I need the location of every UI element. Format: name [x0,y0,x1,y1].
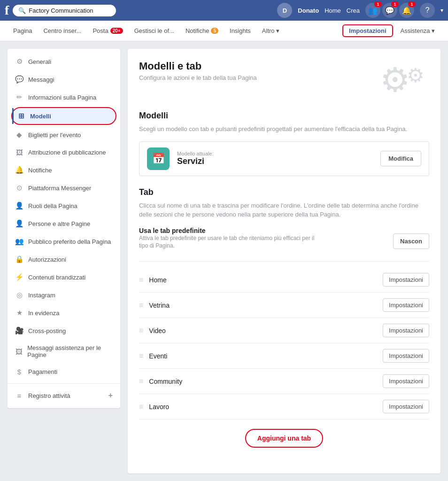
sidebar-item-ruoli[interactable]: 👤 Ruoli della Pagina [8,197,120,215]
subnav-impostazioni[interactable]: Impostazioni [342,24,393,37]
posta-badge: 20+ [110,28,123,34]
tab-row-home: ≡ Home Impostazioni [139,267,429,293]
sidebar-item-informazioni[interactable]: ✏ Informazioni sulla Pagina [8,88,120,106]
search-box[interactable]: 🔍 [13,5,116,16]
nascondi-button[interactable]: Nascon [393,233,429,249]
user-name: Donato [298,7,319,14]
drag-handle-lavoro[interactable]: ≡ [139,403,143,411]
notifications-icon-btn[interactable]: 🔔 1 [399,3,414,18]
sidebar-item-modelli-label: Modelli [30,113,51,120]
sidebar-item-autorizzazioni[interactable]: 🔒 Autorizzazioni [8,250,120,268]
modifica-button[interactable]: Modifica [380,151,421,166]
ticket-icon: ◆ [15,131,23,139]
sidebar-item-notifiche-label: Notifiche [28,167,52,174]
sidebar-item-messaggi-assistenza[interactable]: 🖼 Messaggi assistenza per le Pagine [8,340,120,363]
home-link[interactable]: Home [324,7,341,14]
tab-section-title: Tab [139,187,429,197]
drag-handle-video[interactable]: ≡ [139,326,143,335]
subnav-centro[interactable]: Centro inser... [38,21,87,41]
tab-row-community: ≡ Community Impostazioni [139,369,429,394]
subnav-pagina[interactable]: Pagina [8,21,38,41]
tab-lavoro-settings-button[interactable]: Impostazioni [383,400,429,413]
sidebar-item-attribuzione[interactable]: 🖼 Attribuzione di pubblicazione [8,144,120,161]
account-menu-chevron[interactable]: ▾ [440,7,443,14]
help-icon-btn[interactable]: ? [420,3,435,18]
subnav-assistenza[interactable]: Assistenza ▾ [395,21,440,41]
messages-icon: 💬 [385,6,394,15]
subnav-altro-label: Altro ▾ [262,27,279,34]
sidebar-item-crossposting[interactable]: 🎥 Cross-posting [8,322,120,340]
content-header: Modelli e tab Configura le azioni e le t… [139,60,429,100]
crea-link[interactable]: Crea [347,7,360,14]
modelli-section-title: Modelli [139,111,429,121]
sidebar-item-contenuti[interactable]: ⚡ Contenuti brandizzati [8,268,120,286]
sidebar-item-instagram[interactable]: ◎ Instagram [8,286,120,304]
notifiche-badge: 5 [211,28,218,34]
subnav-altro[interactable]: Altro ▾ [256,21,285,41]
tab-video-label: Video [149,327,377,334]
star-icon: ★ [15,309,23,317]
dollar-icon: $ [15,368,23,376]
sidebar-registro[interactable]: ≡ Registro attività + [8,387,120,404]
sidebar-item-biglietti[interactable]: ◆ Biglietti per l'evento [8,126,120,144]
drag-handle-eventi[interactable]: ≡ [139,352,143,360]
model-name: Servizi [177,156,373,166]
friends-icon: 👥 [368,6,378,15]
sidebar-item-pubblico[interactable]: 👥 Pubblico preferito della Pagina [8,233,120,250]
subnav-notifiche[interactable]: Notifiche 5 [180,21,224,41]
subnav-notifiche-label: Notifiche [185,27,209,34]
tab-video-settings-button[interactable]: Impostazioni [383,324,429,337]
tab-community-settings-button[interactable]: Impostazioni [383,374,429,388]
predefined-tab-desc: Attiva le tab predefinite per usare le t… [139,234,317,250]
sidebar-item-instagram-label: Instagram [28,292,55,299]
drag-handle-community[interactable]: ≡ [139,377,143,386]
sidebar-item-messaggi-label: Messaggi [28,76,54,83]
page-title: Modelli e tab [139,60,257,72]
subnav-posta[interactable]: Posta 20+ [87,21,128,41]
tab-home-settings-button[interactable]: Impostazioni [383,273,429,287]
sidebar-item-notifiche[interactable]: 🔔 Notifiche [8,161,120,179]
tab-eventi-settings-button[interactable]: Impostazioni [383,349,429,363]
subnav-insights[interactable]: Insights [224,21,256,41]
search-input[interactable] [29,7,110,14]
friends-icon-btn[interactable]: 👥 1 [365,3,380,18]
subnav-posta-label: Posta [93,27,108,34]
messages-badge: 1 [391,1,399,7]
sidebar-item-messenger[interactable]: ⊙ Piattaforma Messenger [8,179,120,197]
drag-handle-home[interactable]: ≡ [139,276,143,284]
sidebar: ⚙ Generali 💬 Messaggi ✏ Informazioni sul… [8,49,120,408]
subnav-gestisci[interactable]: Gestisci le of... [129,21,180,41]
page-subtitle: Configura le azioni e le tab della tua P… [139,74,257,81]
sidebar-item-inevidenza[interactable]: ★ In evidenza [8,304,120,322]
people-icon: 👤 [15,219,23,228]
subnav-centro-label: Centro inser... [43,27,81,34]
content-area: Modelli e tab Configura le azioni e le t… [128,49,440,473]
sidebar-item-persone-label: Persone e altre Pagine [28,220,90,227]
gears-decoration: ⚙ ⚙ [380,60,425,100]
sidebar-item-messenger-label: Piattaforma Messenger [28,185,91,192]
gear-big-icon: ⚙ [380,60,410,100]
sidebar-item-informazioni-label: Informazioni sulla Pagina [28,94,96,101]
sidebar-item-generali[interactable]: ⚙ Generali [8,53,120,70]
drag-handle-vetrina[interactable]: ≡ [139,301,143,310]
messages-icon-btn[interactable]: 💬 1 [382,3,397,18]
predefined-tab-title: Usa le tab predefinite [139,227,317,234]
tab-row-lavoro: ≡ Lavoro Impostazioni [139,394,429,419]
subnav-impostazioni-label: Impostazioni [349,27,386,34]
sidebar-item-pagamenti-label: Pagamenti [28,368,57,375]
sidebar-item-crossposting-label: Cross-posting [28,327,66,334]
add-registro-icon[interactable]: + [108,391,113,400]
help-icon: ? [425,6,430,15]
sidebar-item-pagamenti[interactable]: $ Pagamenti [8,363,120,380]
grid-icon: ⊞ [17,112,25,120]
sidebar-item-messaggi[interactable]: 💬 Messaggi [8,70,120,88]
instagram-icon: ◎ [15,291,23,299]
sidebar-item-modelli[interactable]: ⊞ Modelli [11,107,116,125]
subnav-assistenza-label: Assistenza ▾ [401,27,435,34]
main-layout: ⚙ Generali 💬 Messaggi ✏ Informazioni sul… [0,41,448,481]
tab-vetrina-settings-button[interactable]: Impostazioni [383,298,429,312]
model-label: Modello attuale: [177,151,373,156]
predefined-tab-header: Usa le tab predefinite Attiva le tab pre… [139,227,429,262]
add-tab-button[interactable]: Aggiungi una tab [245,429,323,448]
sidebar-item-persone[interactable]: 👤 Persone e altre Pagine [8,215,120,233]
